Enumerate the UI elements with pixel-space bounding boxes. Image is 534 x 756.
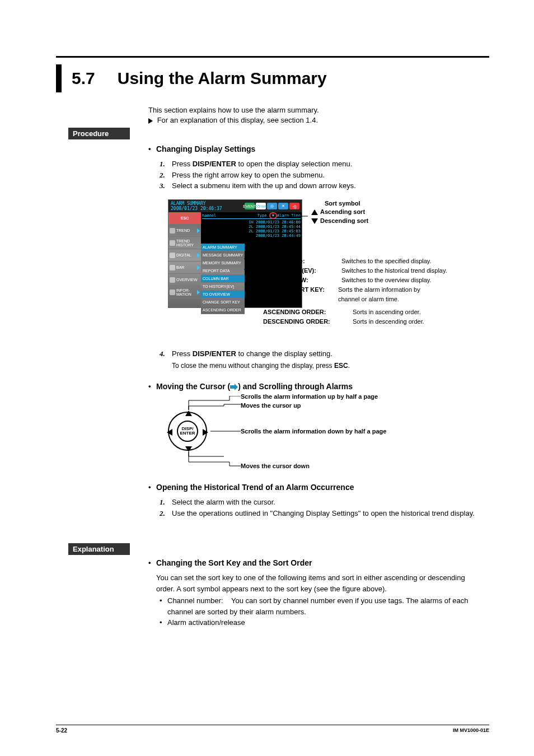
anno-desc-order-val: Sorts in descending order. [353, 318, 424, 325]
anno-asc-order-key: ASCENDING ORDER: [263, 307, 353, 317]
page-footer: 5-22 IM MV1000-01E [56, 725, 489, 734]
heading-bar [56, 64, 62, 92]
status-chip-1: ◎ [267, 203, 277, 209]
ui-timestamp: 2008/01/23 20:46:37 [171, 206, 222, 211]
sub4-step-1: 1. Select the alarm with the cursor. [160, 497, 484, 508]
sidebar-trend[interactable]: TREND [168, 225, 201, 237]
anno-desc-order-key: DESCENDING ORDER: [263, 317, 353, 326]
event-chip: EVENT [245, 203, 255, 209]
descending-sort-label: Descending sort [320, 217, 368, 224]
sub4-step-2: 2. Use the operations outlined in "Chang… [160, 508, 484, 519]
status-chip-alarm: •)) [289, 203, 299, 209]
bullet-icon: • [148, 557, 156, 572]
submenu-change-sort-key[interactable]: CHANGE SORT KEY [201, 298, 245, 306]
opening-historical-trend: • Opening the Historical Trend of an Ala… [148, 482, 484, 519]
anno-change-sort-key: CHANGE SORT KEY: [263, 285, 338, 295]
ui-title: ALARM SUMMARY [171, 201, 222, 206]
heading-title: Using the Alarm Summary [118, 69, 327, 88]
anno-to-overview-val: Switches to the overview display. [341, 277, 432, 283]
sort-symbol-annotation: Sort symbol Ascending sort Descending so… [311, 199, 368, 225]
sort-symbol-label: Sort symbol [325, 200, 360, 207]
step-4-block: 4. Press DISP/ENTER to change the displa… [148, 348, 484, 370]
sort-item-alarm: • Alarm activation/release [160, 617, 484, 628]
status-chip-2: ✕ [278, 203, 288, 209]
sub5-paragraph: You can set the sort key to one of the f… [156, 572, 484, 594]
alarm-row: 2008/01/23 20:44:49 [202, 234, 301, 238]
ascending-sort-label: Ascending sort [320, 208, 365, 215]
explanation-label: Explanation [68, 543, 130, 555]
alarm-row: 2L 2008/01/23 20:45:03 [202, 229, 301, 234]
col-channel: hannel [202, 213, 216, 218]
label-scroll-up-half: Scrolls the alarm information up by half… [241, 394, 378, 400]
ui-titlebar: ALARM SUMMARY 2008/01/23 20:46:37 EVENT … [168, 200, 302, 212]
submenu-annotations: Display name:Switches to the specified d… [311, 256, 447, 326]
rate-chip: 50min [256, 203, 266, 209]
sidebar-information[interactable]: INFOR- MATION [168, 286, 201, 298]
sort-item-channel: • Channel number: You can sort by channe… [160, 595, 484, 617]
heading-number: 5.7 [72, 69, 95, 88]
changing-sort-key: • Changing the Sort Key and the Sort Ord… [148, 557, 484, 628]
bullet-icon: • [148, 381, 156, 396]
sidebar-trend-history[interactable]: TREND HISTORY [168, 237, 201, 249]
anno-change-sort-val2: channel or alarm time. [338, 296, 399, 302]
triangle-up-icon [311, 209, 318, 215]
sidebar-esc[interactable]: ESC [168, 212, 201, 225]
arrow-right-icon [148, 118, 153, 124]
label-scroll-down-half: Scrolls the alarm information down by ha… [241, 428, 386, 435]
intro-text: This section explains how to use the ala… [148, 105, 319, 125]
sub1-title: Changing Display Settings [156, 143, 255, 155]
submenu-alarm-summary[interactable]: ALARM SUMMARY [201, 244, 245, 251]
anno-to-overview-key: TO OVERVIEW: [263, 276, 341, 285]
label-move-up: Moves the cursor up [241, 403, 301, 409]
doc-id: IM MV1000-01E [453, 727, 489, 734]
anno-display-name-key: Display name: [263, 256, 341, 266]
anno-asc-order-val: Sorts in ascending order. [353, 309, 421, 315]
col-type: Type [257, 213, 267, 218]
cursor-arrow-icon [230, 384, 238, 390]
sub3-title: Moving the Cursor () and Scrolling throu… [156, 381, 353, 393]
bullet-icon: • [148, 482, 156, 497]
bullet-icon: • [148, 143, 156, 158]
bracket-lines [169, 396, 242, 469]
svg-marker-11 [230, 384, 238, 390]
alarm-row: 2L 2008/01/23 20:45:44 [202, 225, 301, 229]
submenu-report-data[interactable]: REPORT DATA [201, 267, 245, 275]
page-number: 5-22 [56, 727, 67, 734]
anno-to-history-key: TO HISTORY (EV): [263, 266, 341, 276]
sidebar-overview[interactable]: OVERVIEW [168, 274, 201, 286]
step-4: 4. Press DISP/ENTER to change the displa… [160, 348, 484, 360]
triangle-down-icon [311, 218, 318, 224]
close-menu-note: To close the menu without changing the d… [172, 362, 484, 370]
submenu-ascending-order[interactable]: ASCENDING ORDER [201, 306, 245, 314]
anno-change-sort-val1: Sorts the alarm information by [338, 286, 420, 293]
submenu-column-bar[interactable]: COLUMN BAR [201, 275, 245, 283]
sort-symbol-mark: ▼ [269, 212, 277, 219]
anno-to-history-val: Switches to the historical trend display… [341, 267, 447, 274]
top-rule [56, 56, 489, 58]
submenu-message-summary[interactable]: MESSAGE SUMMARY [201, 251, 245, 259]
intro-line1: This section explains how to use the ala… [148, 105, 319, 115]
sidebar-digital[interactable]: DIGITAL [168, 249, 201, 262]
sub4-title: Opening the Historical Trend of an Alarm… [156, 482, 354, 493]
sub5-title: Changing the Sort Key and the Sort Order [156, 557, 312, 569]
intro-line2: For an explanation of this display, see … [157, 116, 318, 124]
ui-submenu: ALARM SUMMARY MESSAGE SUMMARY MEMORY SUM… [201, 244, 245, 314]
changing-display-settings: • Changing Display Settings 1. Press DIS… [148, 143, 484, 192]
section-heading: 5.7 Using the Alarm Summary [56, 64, 327, 92]
step-1: 1. Press DISP/ENTER to open the display … [160, 158, 484, 170]
step-2: 2. Press the right arrow key to open the… [160, 170, 484, 181]
col-alarm-time: Alarm Time [277, 213, 301, 218]
anno-display-name-val: Switches to the specified display. [341, 258, 432, 264]
submenu-to-history[interactable]: TO HISTORY(EV) [201, 283, 245, 291]
alarm-row: 1H 2008/01/23 20:46:00 [202, 220, 301, 225]
ui-screenshot: ALARM SUMMARY 2008/01/23 20:46:37 EVENT … [168, 199, 481, 308]
status-icons: EVENT 50min ◎ ✕ •)) [245, 203, 299, 209]
submenu-to-overview[interactable]: TO OVERVIEW [201, 291, 245, 298]
ui-sidebar: ESC TREND TREND HISTORY DIGITAL BAR OVER… [168, 212, 201, 307]
label-move-down: Moves the cursor down [241, 463, 310, 469]
disp-enter-diagram: DISP/ ENTER Scrolls the alarm informatio… [168, 396, 414, 469]
step-3: 3. Select a submenu item with the up and… [160, 180, 484, 192]
procedure-label: Procedure [68, 128, 130, 139]
submenu-memory-summary[interactable]: MEMORY SUMMARY [201, 259, 245, 267]
sidebar-bar[interactable]: BAR [168, 262, 201, 274]
